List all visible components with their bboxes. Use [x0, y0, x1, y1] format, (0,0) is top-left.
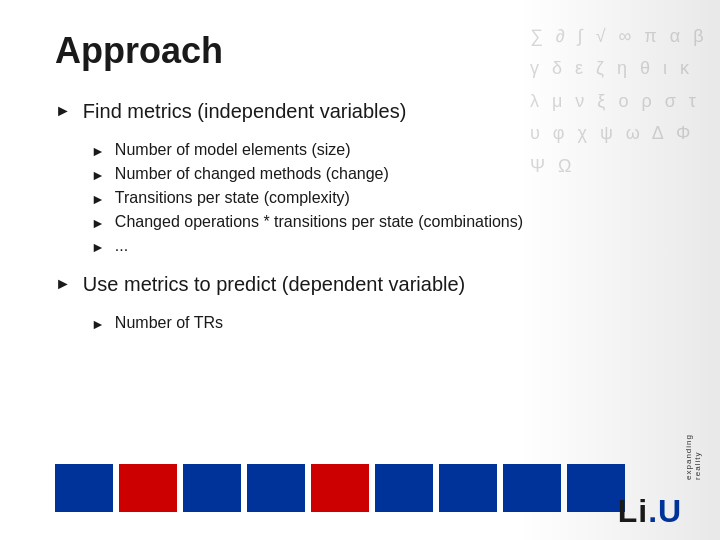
sub-bullet-2-1: ► Number of TRs	[91, 314, 560, 332]
color-block-2	[119, 464, 177, 512]
sub-bullet-1-2-text: Number of changed methods (change)	[115, 165, 389, 183]
color-block-8	[503, 464, 561, 512]
main-bullet-1: ► Find metrics (independent variables)	[55, 100, 560, 123]
sub-bullet-1-5: ► ...	[91, 237, 560, 255]
sub-arrow-icon: ►	[91, 239, 105, 255]
color-block-3	[183, 464, 241, 512]
sub-bullets-2: ► Number of TRs	[91, 314, 560, 332]
main-bullet-2-text: Use metrics to predict (dependent variab…	[83, 273, 465, 296]
main-bullet-2: ► Use metrics to predict (dependent vari…	[55, 273, 560, 296]
slide-content: ► Find metrics (independent variables) ►…	[55, 100, 560, 350]
sub-arrow-icon: ►	[91, 191, 105, 207]
sub-bullet-1-4-text: Changed operations * transitions per sta…	[115, 213, 523, 231]
liu-logo-text: Li.U	[618, 493, 682, 530]
sub-arrow-icon: ►	[91, 215, 105, 231]
sub-bullet-2-1-text: Number of TRs	[115, 314, 223, 332]
sub-arrow-icon-2: ►	[91, 316, 105, 332]
color-bar	[55, 464, 625, 512]
bullet-arrow-icon: ►	[55, 102, 71, 120]
slide-title: Approach	[55, 30, 223, 72]
sub-bullet-1-2: ► Number of changed methods (change)	[91, 165, 560, 183]
slide: Approach ► Find metrics (independent var…	[0, 0, 720, 540]
liu-li: Li	[618, 493, 648, 529]
liu-logo: Li.U expanding reality	[590, 450, 710, 530]
color-block-1	[55, 464, 113, 512]
sub-bullet-1-5-text: ...	[115, 237, 128, 255]
sub-arrow-icon: ►	[91, 143, 105, 159]
sub-bullet-1-4: ► Changed operations * transitions per s…	[91, 213, 560, 231]
color-block-5	[311, 464, 369, 512]
color-block-7	[439, 464, 497, 512]
bullet-arrow-icon-2: ►	[55, 275, 71, 293]
liu-tagline: expanding reality	[684, 434, 702, 480]
sub-bullet-1-1: ► Number of model elements (size)	[91, 141, 560, 159]
sub-bullets-1: ► Number of model elements (size) ► Numb…	[91, 141, 560, 255]
main-bullet-1-text: Find metrics (independent variables)	[83, 100, 407, 123]
sub-bullet-1-1-text: Number of model elements (size)	[115, 141, 351, 159]
color-block-6	[375, 464, 433, 512]
sub-bullet-1-3-text: Transitions per state (complexity)	[115, 189, 350, 207]
sub-bullet-1-3: ► Transitions per state (complexity)	[91, 189, 560, 207]
liu-dot-u: .U	[648, 493, 682, 529]
color-block-4	[247, 464, 305, 512]
sub-arrow-icon: ►	[91, 167, 105, 183]
